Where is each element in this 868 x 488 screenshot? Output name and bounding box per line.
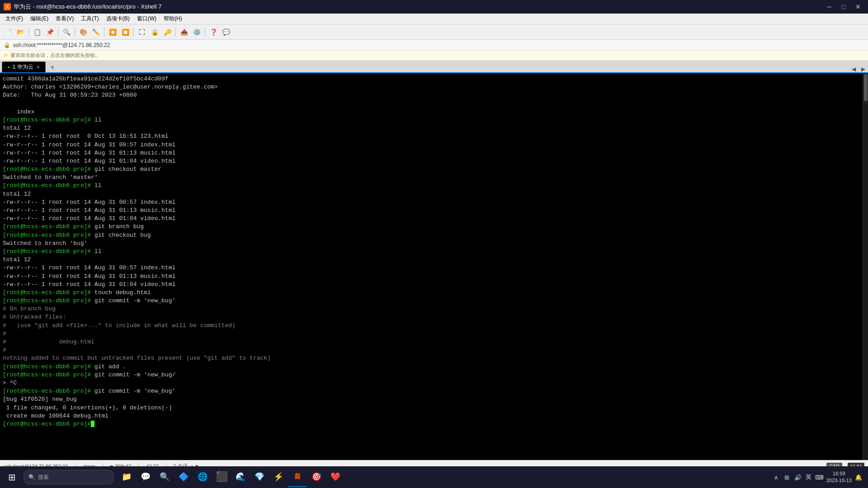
app-icon: X <box>4 3 11 10</box>
taskbar-wechat[interactable]: 💬 <box>137 467 155 487</box>
help-button[interactable]: ❓ <box>208 26 219 38</box>
tab-label: 1 华为云 <box>13 63 33 71</box>
color-button[interactable]: 🎨 <box>77 26 89 38</box>
paste-button[interactable]: 📌 <box>44 26 56 38</box>
clock-time: 16:59 <box>826 470 852 477</box>
terminal-output: commit 4386da1a26bf1eaa91ce224d2ef10f5bc… <box>3 75 271 427</box>
info-icon: 🏳 <box>4 53 9 58</box>
search-box[interactable]: 🔍 搜索 <box>24 470 114 484</box>
menu-file[interactable]: 文件(F) <box>2 14 27 23</box>
tray-notification[interactable]: 🔔 <box>854 473 863 481</box>
taskbar-edge[interactable]: 🌊 <box>231 467 250 487</box>
taskbar-search[interactable]: 🔍 <box>156 467 174 487</box>
tab-nav-left[interactable]: ◀ <box>849 66 859 72</box>
toolbar-separator-6 <box>175 28 176 37</box>
info-bar: 🏳 要添加当前会话，点击左侧的箭头按钮。 <box>0 51 868 61</box>
tray-volume[interactable]: 🔊 <box>794 473 802 481</box>
menu-tabs[interactable]: 选项卡(B) <box>103 14 133 23</box>
scrollbar-thumb[interactable] <box>864 74 868 101</box>
tray-chevron[interactable]: ∧ <box>772 473 780 481</box>
title-bar: X 华为云 - root@hcss-ecs-dbb6:/usr/local/sr… <box>0 0 868 14</box>
copy-button[interactable]: 📋 <box>31 26 43 38</box>
menu-edit[interactable]: 编辑(E) <box>27 14 52 23</box>
tab-nav: ◀ ▶ <box>849 66 868 72</box>
tab-bar: ● 1 华为云 ✕ + ◀ ▶ <box>0 61 868 73</box>
ssh-bar: 🔒 ssh://root:************@124.71.86.250:… <box>0 40 868 51</box>
transfer-button[interactable]: 📤 <box>178 26 190 38</box>
window-title: 华为云 - root@hcss-ecs-dbb6:/usr/local/src/… <box>14 3 161 11</box>
taskbar-app12[interactable]: ❤️ <box>326 467 344 487</box>
settings-button[interactable]: ⚙️ <box>191 26 203 38</box>
stop-button[interactable]: ⏹️ <box>119 26 131 38</box>
tray-lang[interactable]: 英 <box>805 473 813 481</box>
taskbar-app7[interactable]: ⬛ <box>212 467 231 487</box>
terminal[interactable]: commit 4386da1a26bf1eaa91ce224d2ef10f5bc… <box>0 73 863 460</box>
toolbar-separator-1 <box>28 28 29 37</box>
start-button[interactable]: ⊞ <box>2 467 22 487</box>
toolbar-separator-4 <box>104 28 104 37</box>
chat-button[interactable]: 💬 <box>220 26 232 38</box>
taskbar: ⊞ 🔍 搜索 📁 💬 🔍 🔷 🌐 ⬛ 🌊 💎 ⚡ 葵 🎯 ❤️ ∧ ⊞ 🔊 英 … <box>0 466 868 488</box>
lock-button[interactable]: 🔒 <box>149 26 160 38</box>
windows-icon: ⊞ <box>8 472 16 483</box>
minimize-button[interactable]: ─ <box>823 2 835 12</box>
new-session-button[interactable]: 📄 <box>2 26 14 38</box>
system-clock[interactable]: 16:59 2023-10-13 <box>826 470 852 484</box>
tray-keyboard[interactable]: ⌨ <box>816 473 824 481</box>
terminal-container: commit 4386da1a26bf1eaa91ce224d2ef10f5bc… <box>0 73 868 460</box>
lock-icon: 🔒 <box>4 42 10 48</box>
clock-date: 2023-10-13 <box>826 477 852 484</box>
taskbar-explorer[interactable]: 📁 <box>118 467 136 487</box>
taskbar-xshell[interactable]: 葵 <box>288 467 307 487</box>
window-controls: ─ □ ✕ <box>823 2 864 12</box>
toolbar-separator-3 <box>75 28 75 37</box>
system-tray: ∧ ⊞ 🔊 英 ⌨ 16:59 2023-10-13 🔔 <box>772 470 866 484</box>
menu-help[interactable]: 帮助(H) <box>160 14 186 23</box>
toolbar-separator-2 <box>58 28 58 37</box>
open-button[interactable]: 📂 <box>14 26 26 38</box>
menu-bar: 文件(F) 编辑(E) 查看(V) 工具(T) 选项卡(B) 窗口(W) 帮助(… <box>0 14 868 24</box>
menu-tools[interactable]: 工具(T) <box>77 14 102 23</box>
key-button[interactable]: 🔑 <box>161 26 173 38</box>
menu-view[interactable]: 查看(V) <box>52 14 77 23</box>
taskbar-chrome[interactable]: 🌐 <box>193 467 212 487</box>
terminal-scrollbar[interactable] <box>863 73 868 460</box>
tab-huawei[interactable]: ● 1 华为云 ✕ <box>2 61 46 72</box>
info-text: 要添加当前会话，点击左侧的箭头按钮。 <box>10 52 100 59</box>
taskbar-apps: 📁 💬 🔍 🔷 🌐 ⬛ 🌊 💎 ⚡ 葵 🎯 ❤️ <box>118 467 344 487</box>
tab-close-button[interactable]: ✕ <box>36 65 40 70</box>
fullscreen-button[interactable]: ⛶ <box>136 26 148 38</box>
taskbar-app10[interactable]: ⚡ <box>269 467 288 487</box>
toolbar-separator-7 <box>205 28 205 37</box>
highlight-button[interactable]: ✏️ <box>90 26 102 38</box>
tab-nav-right[interactable]: ▶ <box>859 66 868 72</box>
close-button[interactable]: ✕ <box>852 2 864 12</box>
taskbar-app9[interactable]: 💎 <box>250 467 269 487</box>
ssh-address: ssh://root:************@124.71.86.250:22 <box>13 42 110 48</box>
tray-window[interactable]: ⊞ <box>783 473 791 481</box>
toolbar-separator-5 <box>133 28 134 37</box>
search-icon: 🔍 <box>28 474 35 480</box>
taskbar-app11[interactable]: 🎯 <box>307 467 326 487</box>
search-placeholder: 搜索 <box>38 474 49 481</box>
record-button[interactable]: ⏺️ <box>107 26 118 38</box>
add-tab-button[interactable]: + <box>47 62 57 72</box>
maximize-button[interactable]: □ <box>837 2 850 12</box>
find-button[interactable]: 🔍 <box>61 26 72 38</box>
toolbar: 📄 📂 📋 📌 🔍 🎨 ✏️ ⏺️ ⏹️ ⛶ 🔒 🔑 📤 ⚙️ ❓ 💬 <box>0 24 868 40</box>
taskbar-app5[interactable]: 🔷 <box>175 467 193 487</box>
menu-window[interactable]: 窗口(W) <box>133 14 160 23</box>
